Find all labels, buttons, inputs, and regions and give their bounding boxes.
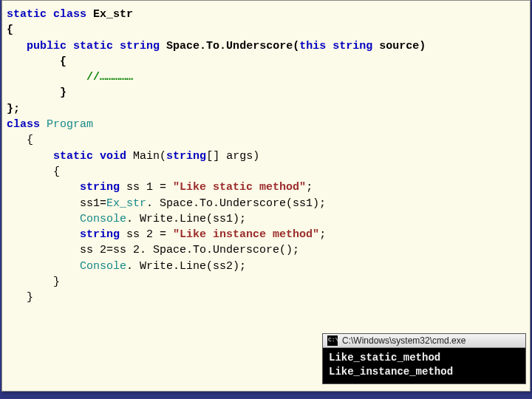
type-string: string: [166, 150, 206, 163]
comment: //……………: [86, 71, 133, 83]
brace-close: }: [53, 276, 60, 288]
keyword-static: static: [7, 8, 47, 21]
code-line: {: [2, 54, 530, 69]
var-ss1: ss 1: [126, 181, 153, 194]
type-string: string: [120, 40, 160, 52]
brace-open: {: [7, 24, 13, 36]
keyword-static: static: [73, 40, 113, 52]
type-string: string: [80, 181, 120, 194]
code-line: string ss 1 = "Like static method";: [2, 180, 530, 195]
stmt-assign-call: ss 2=ss 2. Space.To.Underscore();: [80, 244, 299, 256]
brace-open: {: [53, 166, 60, 178]
code-line: class Program: [2, 117, 530, 132]
brace-open: {: [27, 134, 33, 146]
code-line: {: [2, 22, 530, 38]
stmt-call: . Space.To.Underscore(ss1);: [146, 197, 326, 210]
class-name-program: Program: [47, 118, 93, 131]
type-string: string: [80, 228, 120, 241]
console-window: C:\Windows\system32\cmd.exe Like_static_…: [323, 334, 525, 383]
string-literal: "Like static method": [173, 181, 306, 194]
var-ss2: ss 2: [126, 228, 153, 241]
brace-close: }: [27, 291, 33, 304]
class-ref-console: Console: [80, 213, 126, 225]
code-line: static void Main(string[] args): [2, 149, 530, 164]
stmt-call: . Write.Line(ss1);: [126, 213, 246, 225]
code-line: //……………: [2, 69, 530, 85]
type-string: string: [332, 40, 372, 52]
method-name: Space.To.Underscore: [166, 40, 293, 52]
code-line: Console. Write.Line(ss2);: [2, 259, 530, 274]
method-main: Main: [133, 150, 160, 163]
code-line: ss1=Ex_str. Space.To.Underscore(ss1);: [2, 196, 530, 211]
stmt-call: . Write.Line(ss2);: [126, 260, 246, 273]
keyword-class: class: [53, 8, 86, 21]
keyword-static: static: [53, 150, 93, 163]
code-line: }: [2, 290, 530, 305]
cmd-icon: [327, 335, 338, 346]
slide-container: static class Ex_str { public static stri…: [1, 0, 531, 392]
string-literal: "Like instance method": [173, 228, 319, 241]
console-titlebar: C:\Windows\system32\cmd.exe: [323, 334, 525, 348]
console-output: Like_static_method Like_instance_method: [323, 348, 525, 383]
code-line: string ss 2 = "Like instance method";: [2, 227, 530, 242]
code-line: static class Ex_str: [2, 7, 530, 22]
class-name: Ex_str: [93, 8, 133, 21]
param-source: source: [379, 40, 419, 52]
keyword-this: this: [299, 40, 326, 52]
code-line: }: [2, 274, 530, 290]
console-title-text: C:\Windows\system32\cmd.exe: [342, 335, 466, 346]
code-line: }: [2, 85, 530, 100]
code-line: };: [2, 101, 530, 117]
code-line: {: [2, 164, 530, 180]
brace-close-semi: };: [7, 103, 20, 115]
brace-open: {: [60, 55, 66, 68]
class-ref-exstr: Ex_str: [106, 197, 146, 210]
keyword-class: class: [7, 118, 40, 131]
console-line: Like_instance_method: [329, 366, 453, 378]
code-line: {: [2, 132, 530, 148]
console-line: Like_static_method: [329, 352, 440, 364]
stmt-lhs: ss1=: [80, 197, 106, 210]
class-ref-console: Console: [80, 260, 126, 273]
param-args: args: [226, 150, 253, 163]
code-line: public static string Space.To.Underscore…: [2, 38, 530, 54]
code-line: ss 2=ss 2. Space.To.Underscore();: [2, 242, 530, 258]
keyword-public: public: [27, 40, 66, 52]
code-line: Console. Write.Line(ss1);: [2, 211, 530, 227]
type-void: void: [100, 150, 126, 163]
brace-close: }: [60, 86, 66, 99]
